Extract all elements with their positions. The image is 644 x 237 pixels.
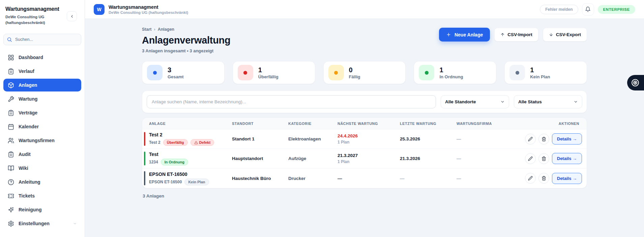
app-root: Wartungsmanagment DeWe Consulting UG (ha…	[0, 0, 644, 237]
help-icon	[8, 179, 14, 185]
location-filter-select[interactable]: Alle Standorte	[441, 95, 509, 108]
page-title: Anlagenverwaltung	[142, 35, 230, 46]
sidebar-item-verlauf[interactable]: Verlauf	[3, 65, 81, 78]
sidebar-item-label: Dashboard	[19, 55, 43, 60]
edit-button[interactable]	[525, 173, 536, 184]
sidebar-item-label: Verträge	[19, 110, 37, 115]
asset-internal-id: EPSON ET-16500	[149, 180, 182, 184]
new-asset-button[interactable]: Neue Anlage	[439, 28, 490, 42]
edit-button[interactable]	[525, 153, 536, 164]
new-asset-button-label: Neue Anlage	[455, 32, 483, 37]
cell-category: Drucker	[288, 176, 338, 181]
stat-dot-icon	[147, 65, 163, 80]
asset-internal-id: 1234	[149, 160, 158, 164]
cell-maintenance-company: —	[457, 156, 516, 161]
report-error-button[interactable]: Fehler melden	[540, 5, 578, 14]
sidebar-item-verträge[interactable]: Verträge	[3, 106, 81, 119]
sidebar-item-label: Wiki	[19, 165, 28, 171]
delete-button[interactable]	[538, 153, 549, 164]
stat-text: 3Gesamt	[168, 66, 184, 79]
sidebar-item-reinigung[interactable]: Reinigung	[3, 203, 81, 216]
details-button[interactable]: Details →	[552, 133, 582, 144]
accessibility-widget-button[interactable]	[627, 75, 644, 90]
stat-dot-icon	[419, 65, 434, 80]
chevron-left-icon	[70, 14, 74, 19]
stat-card-fällig: 0Fällig	[323, 61, 406, 84]
stat-label: In Ordnung	[439, 74, 463, 79]
sidebar-item-label: Anlagen	[19, 82, 37, 88]
table-header-row: AnlageStandortKategorieNächste WartungLe…	[142, 118, 587, 129]
delete-button[interactable]	[538, 134, 549, 144]
status-filter-select[interactable]: Alle Status	[514, 95, 582, 108]
status-badge: Defekt	[191, 139, 214, 146]
clipboard-icon	[8, 151, 14, 158]
csv-export-button[interactable]: CSV-Export	[543, 28, 587, 42]
cell-last-maintenance: —	[400, 176, 457, 181]
asset-search-input[interactable]	[147, 95, 436, 108]
sidebar-item-dashboard[interactable]: Dashboard	[3, 51, 81, 64]
status-badge-label: Kein Plan	[188, 180, 205, 184]
dot-icon	[334, 71, 338, 75]
search-icon	[7, 37, 12, 42]
sidebar-item-label: Reinigung	[19, 207, 41, 212]
sidebar-item-audit[interactable]: Audit	[3, 148, 81, 161]
csv-import-button[interactable]: CSV-Import	[494, 28, 538, 42]
details-button[interactable]: Details →	[552, 153, 582, 164]
delete-button[interactable]	[538, 173, 549, 184]
wrench-icon	[8, 96, 14, 102]
sidebar-item-einstellungen[interactable]: Einstellungen	[3, 217, 81, 230]
sidebar-search-input[interactable]	[3, 34, 81, 45]
stat-value: 1	[258, 66, 279, 74]
dot-icon	[516, 71, 519, 75]
bell-icon	[585, 6, 591, 12]
sidebar-collapse-button[interactable]	[67, 11, 77, 21]
cell-last-maintenance: 25.3.2026	[400, 136, 457, 141]
page-header: Start›Anlagen Anlagenverwaltung 3 Anlage…	[142, 27, 587, 53]
topbar-titles: Wartungsmanagment DeWe Consulting UG (ha…	[109, 4, 188, 15]
stat-dot-icon	[238, 65, 253, 80]
sidebar-item-label: Audit	[19, 152, 31, 157]
assets-table: AnlageStandortKategorieNächste WartungLe…	[142, 117, 587, 188]
page-header-actions: Neue Anlage CSV-Import CSV-Export	[439, 28, 587, 53]
asset-internal-id: Test 2	[149, 140, 160, 145]
topbar-subtitle: DeWe Consulting UG (haftungsbeschränkt)	[109, 10, 188, 15]
cell-location: Hauptstandort	[232, 156, 288, 161]
sidebar-item-wartung[interactable]: Wartung	[3, 93, 81, 105]
sidebar-item-kalender[interactable]: Kalender	[3, 120, 81, 133]
cell-maintenance-company: —	[457, 176, 516, 181]
pencil-icon	[528, 156, 533, 161]
plan-badge: ENTERPRISE	[598, 5, 636, 14]
package-icon	[8, 82, 14, 88]
sidebar-item-wartungsfirmen[interactable]: Wartungsfirmen	[3, 134, 81, 147]
table-row: EPSON ET-16500EPSON ET-16500Kein PlanHau…	[142, 168, 587, 188]
cell-category: Elektroanlagen	[288, 136, 338, 141]
column-header-anlage: Anlage	[149, 122, 232, 126]
dot-icon	[153, 71, 157, 75]
sidebar-item-anleitung[interactable]: Anleitung	[3, 176, 81, 188]
csv-export-label: CSV-Export	[556, 32, 581, 37]
trash-icon	[541, 137, 546, 141]
sidebar-item-anlagen[interactable]: Anlagen	[3, 79, 81, 91]
target-icon	[631, 78, 640, 87]
notifications-button[interactable]	[582, 3, 594, 16]
column-header-standort: Standort	[232, 122, 288, 126]
topbar-actions: Fehler melden ENTERPRISE	[540, 3, 635, 16]
cell-asset: EPSON ET-16500EPSON ET-16500Kein Plan	[149, 172, 232, 185]
breadcrumb-home[interactable]: Start	[142, 27, 151, 32]
sidebar-item-wiki[interactable]: Wiki	[3, 162, 81, 175]
cell-location: Haustechnik Büro	[232, 176, 288, 181]
stat-text: 1Kein Plan	[530, 66, 550, 79]
sidebar-item-label: Verlauf	[19, 69, 34, 74]
topbar: W Wartungsmanagment DeWe Consulting UG (…	[85, 0, 644, 19]
stat-card-kein-plan: 1Kein Plan	[504, 61, 587, 84]
status-badge-label: In Ordnung	[165, 160, 184, 164]
stat-card-überfällig: 1Überfällig	[233, 61, 315, 84]
plus-icon	[446, 32, 451, 37]
trash-icon	[541, 156, 546, 161]
details-button[interactable]: Details →	[552, 173, 582, 184]
row-status-accent	[144, 171, 145, 185]
asset-subline: Test 2ÜberfälligDefekt	[149, 139, 232, 146]
edit-button[interactable]	[525, 134, 536, 144]
stats-row: 3Gesamt1Überfällig0Fällig1In Ordnung1Kei…	[142, 61, 587, 84]
sidebar-item-tickets[interactable]: Tickets	[3, 189, 81, 202]
